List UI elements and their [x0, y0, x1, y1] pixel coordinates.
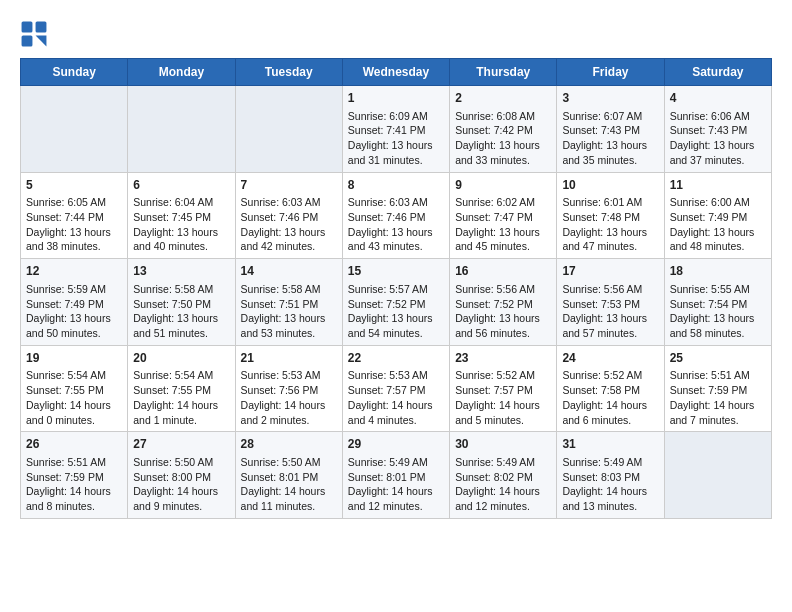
- cell-content-line: Daylight: 13 hours: [455, 311, 551, 326]
- cell-content-line: Sunset: 7:55 PM: [133, 383, 229, 398]
- calendar-cell: 9Sunrise: 6:02 AMSunset: 7:47 PMDaylight…: [450, 172, 557, 259]
- calendar-table: SundayMondayTuesdayWednesdayThursdayFrid…: [20, 58, 772, 519]
- cell-content-line: Sunrise: 5:53 AM: [241, 368, 337, 383]
- cell-content-line: and 54 minutes.: [348, 326, 444, 341]
- calendar-cell: 24Sunrise: 5:52 AMSunset: 7:58 PMDayligh…: [557, 345, 664, 432]
- cell-content-line: Sunset: 7:53 PM: [562, 297, 658, 312]
- calendar-cell: 4Sunrise: 6:06 AMSunset: 7:43 PMDaylight…: [664, 86, 771, 173]
- cell-content-line: Sunrise: 5:50 AM: [241, 455, 337, 470]
- cell-content-line: Sunrise: 5:49 AM: [562, 455, 658, 470]
- calendar-week-row: 26Sunrise: 5:51 AMSunset: 7:59 PMDayligh…: [21, 432, 772, 519]
- day-number: 25: [670, 350, 766, 367]
- calendar-week-row: 1Sunrise: 6:09 AMSunset: 7:41 PMDaylight…: [21, 86, 772, 173]
- cell-content-line: Sunrise: 6:08 AM: [455, 109, 551, 124]
- calendar-cell: 19Sunrise: 5:54 AMSunset: 7:55 PMDayligh…: [21, 345, 128, 432]
- calendar-cell: 5Sunrise: 6:05 AMSunset: 7:44 PMDaylight…: [21, 172, 128, 259]
- cell-content-line: Sunrise: 5:57 AM: [348, 282, 444, 297]
- calendar-cell: 27Sunrise: 5:50 AMSunset: 8:00 PMDayligh…: [128, 432, 235, 519]
- cell-content-line: Sunset: 7:56 PM: [241, 383, 337, 398]
- cell-content-line: and 12 minutes.: [455, 499, 551, 514]
- svg-rect-2: [22, 36, 33, 47]
- cell-content-line: Sunrise: 5:56 AM: [562, 282, 658, 297]
- cell-content-line: Sunrise: 6:01 AM: [562, 195, 658, 210]
- cell-content-line: Sunrise: 5:55 AM: [670, 282, 766, 297]
- cell-content-line: Sunset: 8:01 PM: [241, 470, 337, 485]
- cell-content-line: and 13 minutes.: [562, 499, 658, 514]
- cell-content-line: Sunrise: 6:03 AM: [348, 195, 444, 210]
- day-number: 18: [670, 263, 766, 280]
- day-number: 14: [241, 263, 337, 280]
- calendar-cell: 25Sunrise: 5:51 AMSunset: 7:59 PMDayligh…: [664, 345, 771, 432]
- cell-content-line: Sunset: 7:43 PM: [670, 123, 766, 138]
- day-number: 27: [133, 436, 229, 453]
- calendar-cell: 15Sunrise: 5:57 AMSunset: 7:52 PMDayligh…: [342, 259, 449, 346]
- cell-content-line: Sunset: 7:52 PM: [348, 297, 444, 312]
- cell-content-line: Sunset: 7:55 PM: [26, 383, 122, 398]
- day-number: 3: [562, 90, 658, 107]
- cell-content-line: and 42 minutes.: [241, 239, 337, 254]
- cell-content-line: Daylight: 13 hours: [133, 225, 229, 240]
- cell-content-line: and 1 minute.: [133, 413, 229, 428]
- cell-content-line: Sunset: 7:57 PM: [455, 383, 551, 398]
- svg-rect-0: [22, 22, 33, 33]
- cell-content-line: Sunset: 8:02 PM: [455, 470, 551, 485]
- cell-content-line: and 48 minutes.: [670, 239, 766, 254]
- cell-content-line: Sunset: 7:51 PM: [241, 297, 337, 312]
- cell-content-line: Sunrise: 6:04 AM: [133, 195, 229, 210]
- cell-content-line: Sunset: 7:52 PM: [455, 297, 551, 312]
- cell-content-line: Daylight: 13 hours: [26, 225, 122, 240]
- day-number: 26: [26, 436, 122, 453]
- calendar-cell: 31Sunrise: 5:49 AMSunset: 8:03 PMDayligh…: [557, 432, 664, 519]
- calendar-cell: 14Sunrise: 5:58 AMSunset: 7:51 PMDayligh…: [235, 259, 342, 346]
- cell-content-line: Sunset: 7:44 PM: [26, 210, 122, 225]
- cell-content-line: Sunrise: 5:53 AM: [348, 368, 444, 383]
- calendar-cell: 17Sunrise: 5:56 AMSunset: 7:53 PMDayligh…: [557, 259, 664, 346]
- day-number: 22: [348, 350, 444, 367]
- cell-content-line: Daylight: 13 hours: [133, 311, 229, 326]
- day-number: 31: [562, 436, 658, 453]
- cell-content-line: Daylight: 14 hours: [241, 398, 337, 413]
- calendar-cell: 21Sunrise: 5:53 AMSunset: 7:56 PMDayligh…: [235, 345, 342, 432]
- weekday-header: Friday: [557, 59, 664, 86]
- cell-content-line: Daylight: 14 hours: [133, 398, 229, 413]
- cell-content-line: Daylight: 13 hours: [455, 138, 551, 153]
- cell-content-line: Sunrise: 6:09 AM: [348, 109, 444, 124]
- cell-content-line: Sunrise: 5:58 AM: [133, 282, 229, 297]
- calendar-cell: 6Sunrise: 6:04 AMSunset: 7:45 PMDaylight…: [128, 172, 235, 259]
- calendar-cell: [235, 86, 342, 173]
- cell-content-line: Sunset: 7:42 PM: [455, 123, 551, 138]
- cell-content-line: Daylight: 14 hours: [562, 398, 658, 413]
- cell-content-line: and 6 minutes.: [562, 413, 658, 428]
- cell-content-line: Sunrise: 5:49 AM: [348, 455, 444, 470]
- day-number: 16: [455, 263, 551, 280]
- calendar-cell: [128, 86, 235, 173]
- calendar-week-row: 12Sunrise: 5:59 AMSunset: 7:49 PMDayligh…: [21, 259, 772, 346]
- cell-content-line: and 4 minutes.: [348, 413, 444, 428]
- calendar-body: 1Sunrise: 6:09 AMSunset: 7:41 PMDaylight…: [21, 86, 772, 519]
- cell-content-line: Daylight: 13 hours: [241, 225, 337, 240]
- cell-content-line: Daylight: 14 hours: [455, 398, 551, 413]
- cell-content-line: Sunrise: 5:54 AM: [133, 368, 229, 383]
- cell-content-line: Sunrise: 5:51 AM: [670, 368, 766, 383]
- day-number: 21: [241, 350, 337, 367]
- cell-content-line: Sunset: 7:46 PM: [348, 210, 444, 225]
- logo: [20, 20, 52, 48]
- calendar-week-row: 5Sunrise: 6:05 AMSunset: 7:44 PMDaylight…: [21, 172, 772, 259]
- cell-content-line: Sunrise: 5:58 AM: [241, 282, 337, 297]
- page-header: [20, 20, 772, 48]
- day-number: 1: [348, 90, 444, 107]
- day-number: 4: [670, 90, 766, 107]
- cell-content-line: Daylight: 14 hours: [348, 484, 444, 499]
- weekday-header: Sunday: [21, 59, 128, 86]
- calendar-cell: 2Sunrise: 6:08 AMSunset: 7:42 PMDaylight…: [450, 86, 557, 173]
- cell-content-line: Daylight: 14 hours: [670, 398, 766, 413]
- cell-content-line: and 11 minutes.: [241, 499, 337, 514]
- cell-content-line: Sunrise: 5:50 AM: [133, 455, 229, 470]
- cell-content-line: and 57 minutes.: [562, 326, 658, 341]
- cell-content-line: and 2 minutes.: [241, 413, 337, 428]
- cell-content-line: Daylight: 13 hours: [670, 311, 766, 326]
- cell-content-line: and 47 minutes.: [562, 239, 658, 254]
- cell-content-line: Sunset: 8:03 PM: [562, 470, 658, 485]
- cell-content-line: Sunrise: 5:56 AM: [455, 282, 551, 297]
- cell-content-line: Sunrise: 6:07 AM: [562, 109, 658, 124]
